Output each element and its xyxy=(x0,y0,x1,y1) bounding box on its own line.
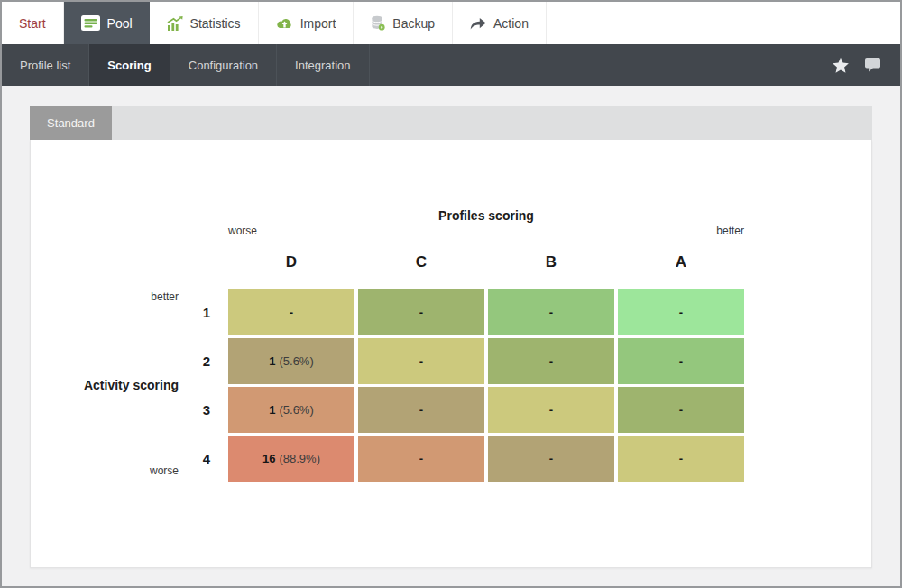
matrix-cell: - xyxy=(358,289,484,335)
nav-item-label: Backup xyxy=(392,16,435,31)
nav-item-start[interactable]: Start xyxy=(2,2,64,44)
matrix-cell: 1(5.6%) xyxy=(228,387,354,433)
matrix-cell: - xyxy=(358,436,484,482)
star-icon[interactable] xyxy=(832,57,850,74)
subnav-item-scoring[interactable]: Scoring xyxy=(89,44,170,86)
database-icon xyxy=(371,15,385,31)
matrix-cell: - xyxy=(618,387,744,433)
tab-standard-label: Standard xyxy=(47,116,95,130)
nav-item-label: Start xyxy=(19,16,46,31)
matrix-cell: - xyxy=(358,338,484,384)
top-nav: Start Pool Statistics xyxy=(2,2,900,44)
nav-item-statistics[interactable]: Statistics xyxy=(150,2,259,44)
matrix-cell: - xyxy=(618,436,744,482)
nav-item-backup[interactable]: Backup xyxy=(354,2,453,44)
matrix-row-label: 4 xyxy=(31,436,225,482)
matrix-cell: - xyxy=(228,289,354,335)
matrix-title: Profiles scoring xyxy=(228,208,744,223)
matrix-cell: - xyxy=(488,387,614,433)
matrix-cell: - xyxy=(618,289,744,335)
tab-standard[interactable]: Standard xyxy=(30,106,112,140)
nav-item-label: Action xyxy=(493,16,529,31)
matrix-col-header: A xyxy=(618,253,744,271)
statistics-icon xyxy=(167,16,183,31)
matrix-col-header: B xyxy=(488,253,614,271)
comment-icon[interactable] xyxy=(865,58,880,72)
matrix-cell: - xyxy=(618,338,744,384)
matrix-cell: - xyxy=(358,387,484,433)
matrix-col-headers: DCBA xyxy=(228,253,744,271)
subnav-item-integration[interactable]: Integration xyxy=(277,44,369,86)
nav-item-import[interactable]: Import xyxy=(259,2,354,44)
subnav-item-profile-list[interactable]: Profile list xyxy=(2,44,89,86)
matrix-grid: 1----21(5.6%)---31(5.6%)---416(88.9%)--- xyxy=(31,289,744,482)
matrix-cell: - xyxy=(488,289,614,335)
subnav-item-label: Integration xyxy=(295,59,350,72)
subnav-item-configuration[interactable]: Configuration xyxy=(170,44,277,86)
nav-item-label: Statistics xyxy=(190,16,241,31)
matrix-row-label: 3 xyxy=(31,387,225,433)
nav-item-pool[interactable]: Pool xyxy=(64,2,150,44)
subnav-item-label: Profile list xyxy=(20,59,70,72)
matrix-cell: 16(88.9%) xyxy=(228,436,354,482)
subnav-item-label: Configuration xyxy=(189,59,258,72)
forward-arrow-icon xyxy=(470,17,486,30)
nav-item-label: Pool xyxy=(107,16,133,31)
matrix-cell: - xyxy=(488,436,614,482)
nav-item-action[interactable]: Action xyxy=(453,2,547,44)
cloud-upload-icon xyxy=(276,17,293,30)
matrix-col-header: C xyxy=(358,253,484,271)
matrix-cell: - xyxy=(488,338,614,384)
sub-nav: Profile list Scoring Configuration Integ… xyxy=(2,44,900,86)
matrix-row-label: 2 xyxy=(31,338,225,384)
col-axis-better-label: better xyxy=(228,225,744,237)
scoring-matrix-panel: Profiles scoring worse better DCBA bette… xyxy=(30,140,872,568)
matrix-cell: 1(5.6%) xyxy=(228,338,354,384)
subnav-actions xyxy=(832,44,900,86)
nav-item-label: Import xyxy=(300,16,336,31)
pool-icon xyxy=(81,15,100,31)
subnav-item-label: Scoring xyxy=(107,59,151,72)
app-frame: { "nav": { "items": [ { "label": "Start"… xyxy=(0,0,902,588)
matrix-col-header: D xyxy=(228,253,354,271)
view-tabstrip: Standard xyxy=(30,106,872,140)
matrix-row-label: 1 xyxy=(31,289,225,335)
